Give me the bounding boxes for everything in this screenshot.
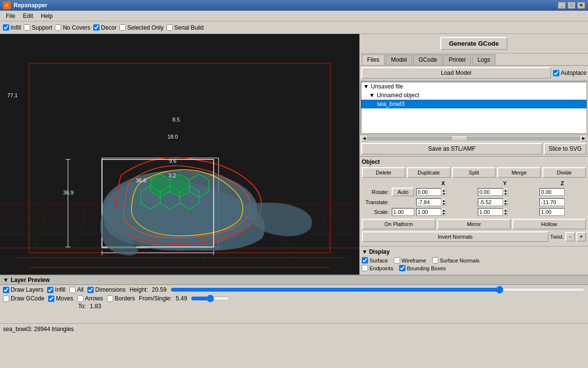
rotate-z-input[interactable]	[539, 188, 565, 196]
app-title: Repsnapper	[14, 2, 47, 9]
from-slider[interactable]	[191, 295, 230, 302]
collapse-icon: ▼	[363, 83, 369, 90]
translate-z-input[interactable]	[539, 198, 565, 206]
z-header: Z	[538, 180, 586, 187]
wireframe-check[interactable]: Wireframe	[394, 257, 426, 263]
x-header: X	[415, 180, 471, 187]
scale-auto-input[interactable]	[392, 208, 414, 216]
height-label: Height:	[130, 286, 148, 293]
dimensions-check[interactable]: Dimensions	[87, 286, 126, 293]
translate-x-up[interactable]: ▲	[441, 199, 446, 202]
tab-gcode[interactable]: GCode	[413, 54, 442, 65]
menubar: File Edit Help	[0, 11, 588, 21]
hscroll-left[interactable]: ◀	[361, 136, 368, 141]
minimize-button[interactable]: _	[558, 2, 566, 9]
translate-y-input[interactable]	[478, 198, 503, 206]
tree-root[interactable]: ▼ Unsaved file	[361, 82, 587, 91]
infill-layer-check[interactable]: Infill	[47, 286, 65, 293]
scale-z-input[interactable]	[539, 208, 565, 216]
decor-check[interactable]: Decor	[93, 24, 117, 31]
rotate-auto-button[interactable]: Auto	[392, 188, 414, 196]
serial-build-check[interactable]: Serial Build	[167, 24, 204, 31]
scale-x-input[interactable]	[416, 208, 441, 216]
tab-printer[interactable]: Printer	[443, 54, 471, 65]
object-section: Object Delete Duplicate Split Merge Divi…	[360, 157, 588, 246]
mirror-button[interactable]: Mirror	[437, 219, 511, 229]
collapse-layer-icon[interactable]: ▼	[3, 277, 9, 283]
endpoints-check[interactable]: Endpoints	[362, 265, 393, 271]
translate-x-down[interactable]: ▼	[441, 202, 446, 206]
moves-check[interactable]: Moves	[48, 295, 73, 302]
titlebar-controls: _ □ ✕	[558, 2, 585, 9]
height-value: 20.59	[152, 286, 167, 293]
rotate-y-up[interactable]: ▲	[503, 189, 508, 192]
rotate-y-input[interactable]	[478, 188, 503, 196]
tree-child[interactable]: ▼ Unnamed object	[361, 91, 587, 100]
rotate-x-input[interactable]	[416, 188, 441, 196]
scale-y-down[interactable]: ▼	[503, 212, 508, 215]
support-check[interactable]: Support	[24, 24, 52, 31]
all-check[interactable]: All	[69, 286, 84, 293]
viewport-3d[interactable]: 77.1 8.5 18.0 9.6 3.2 36.6 36.9	[0, 34, 359, 275]
vp-num-85: 8.5	[172, 117, 180, 123]
hscroll-thumb[interactable]	[453, 137, 467, 140]
autoplace-check[interactable]: Autoplace	[553, 70, 587, 76]
translate-y-down[interactable]: ▼	[503, 202, 508, 206]
layer-row-1: Draw Layers Infill All Dimensions Height…	[0, 285, 588, 295]
horizontal-scrollbar[interactable]: ◀ ▶	[360, 135, 588, 141]
toolbar: Infill Support No Covers Decor Selected …	[0, 21, 588, 34]
arrows-check[interactable]: Arrows	[77, 295, 103, 302]
collapse-display-icon[interactable]: ▼	[362, 248, 368, 255]
rotate-x-down[interactable]: ▼	[441, 192, 446, 195]
gcode-header: Generate GCode	[360, 34, 588, 53]
translate-y-up[interactable]: ▲	[503, 199, 508, 202]
selected-only-check[interactable]: Selected Only	[119, 24, 164, 31]
rotate-label: Rotate:	[362, 187, 391, 197]
scale-y-input[interactable]	[478, 208, 503, 216]
translate-x-input[interactable]	[416, 198, 441, 206]
hollow-button[interactable]: Hollow	[512, 219, 586, 229]
pmh-row: On Platform Mirror Hollow	[362, 219, 586, 229]
delete-button[interactable]: Delete	[362, 167, 405, 178]
rotate-y-down[interactable]: ▼	[503, 192, 508, 195]
rotate-x-up[interactable]: ▲	[441, 189, 446, 192]
generate-gcode-button[interactable]: Generate GCode	[440, 37, 508, 50]
duplicate-button[interactable]: Duplicate	[407, 167, 451, 178]
draw-gcode-check[interactable]: Draw GCode	[3, 295, 44, 302]
twist-plus-button[interactable]: +	[576, 232, 586, 242]
split-button[interactable]: Split	[452, 167, 496, 178]
twist-minus-button[interactable]: -	[565, 232, 575, 242]
close-button[interactable]: ✕	[577, 2, 585, 9]
save-stl-button[interactable]: Save as STL/AMF	[361, 143, 542, 155]
divide-button[interactable]: Divide	[542, 167, 586, 178]
scale-x-up[interactable]: ▲	[441, 209, 446, 212]
scale-y-up[interactable]: ▲	[503, 209, 508, 212]
merge-button[interactable]: Merge	[497, 167, 541, 178]
draw-layers-check[interactable]: Draw Layers	[3, 286, 43, 293]
slice-svg-button[interactable]: Slice to SVG	[544, 143, 587, 155]
load-model-button[interactable]: Load Model	[361, 67, 551, 79]
height-slider[interactable]	[170, 286, 585, 293]
menu-help[interactable]: Help	[37, 12, 57, 20]
surface-check[interactable]: Surface	[362, 257, 388, 263]
vp-num-96: 9.6	[169, 158, 176, 164]
surface-normals-check[interactable]: Surface Normals	[432, 257, 480, 263]
on-platform-button[interactable]: On Platform	[362, 219, 436, 229]
menu-file[interactable]: File	[2, 12, 19, 20]
xyz-table: X Y Z Rotate: Auto ▲▼ ▲▼ Translate:	[362, 180, 586, 217]
bounding-boxes-check[interactable]: Bounding Boxes	[399, 265, 446, 271]
tab-files[interactable]: Files	[362, 54, 385, 65]
no-covers-check[interactable]: No Covers	[55, 24, 90, 31]
hscroll-right[interactable]: ▶	[580, 136, 587, 141]
tree-root-label: Unsaved file	[371, 83, 403, 90]
menu-edit[interactable]: Edit	[19, 12, 37, 20]
infill-check[interactable]: Infill	[3, 24, 21, 31]
maximize-button[interactable]: □	[568, 2, 575, 9]
tab-logs[interactable]: Logs	[472, 54, 495, 65]
scale-x-down[interactable]: ▼	[441, 212, 446, 215]
invert-normals-button[interactable]: Invert Normals	[362, 231, 549, 242]
borders-check[interactable]: Borders	[107, 295, 135, 302]
object-buttons: Delete Duplicate Split Merge Divide	[362, 167, 586, 178]
tab-model[interactable]: Model	[386, 54, 412, 65]
tree-leaf[interactable]: sea_bowl3	[361, 100, 587, 108]
